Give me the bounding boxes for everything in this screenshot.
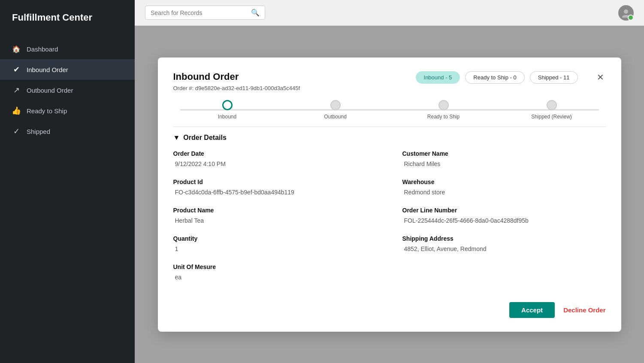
value-order-date: 9/12/2022 4:10 PM	[173, 160, 377, 168]
label-warehouse: Warehouse	[402, 178, 606, 185]
step-dot-inbound	[222, 100, 233, 110]
badge-shipped[interactable]: Shipped - 11	[530, 71, 578, 84]
step-dot-ready-to-ship	[438, 100, 449, 110]
search-input[interactable]	[151, 9, 248, 16]
detail-quantity: Quantity 1	[173, 235, 377, 253]
detail-order-line-number: Order Line Number FOL-225444dc-26f5-4666…	[402, 207, 606, 225]
user-icon	[621, 8, 631, 18]
sidebar-item-dashboard[interactable]: 🏠 Dashboard	[0, 39, 135, 59]
value-order-line-number: FOL-225444dc-26f5-4666-8da0-0ac4288df95b	[402, 216, 606, 225]
detail-warehouse: Warehouse Redmond store	[402, 178, 606, 197]
label-quantity: Quantity	[173, 235, 377, 242]
progress-step-inbound: Inbound	[173, 100, 281, 120]
outbound-order-icon: ↗	[12, 86, 21, 94]
modal-badges: Inbound - 5 Ready to Ship - 0 Shipped - …	[416, 71, 578, 84]
svg-point-1	[622, 15, 630, 18]
sidebar-label-dashboard: Dashboard	[27, 45, 58, 53]
detail-product-name: Product Name Herbal Tea	[173, 207, 377, 225]
sidebar-item-inbound-order[interactable]: ✔ Inbound Order	[0, 59, 135, 80]
badge-ready-to-ship[interactable]: Ready to Ship - 0	[465, 71, 524, 84]
modal-title-section: Inbound Order Order #: d9e5820e-ad32-ed1…	[173, 71, 416, 91]
home-icon: 🏠	[12, 45, 21, 53]
modal-header: Inbound Order Order #: d9e5820e-ad32-ed1…	[173, 71, 606, 91]
value-customer-name: Richard Miles	[402, 160, 606, 168]
avatar[interactable]	[618, 5, 634, 21]
sidebar-label-inbound-order: Inbound Order	[27, 66, 68, 73]
divider	[173, 127, 606, 127]
main-area: 🔍 Inbound Order Order #: d9e5820e-ad32-e…	[135, 0, 644, 363]
step-dot-outbound	[330, 100, 341, 110]
chevron-down-icon: ▼	[173, 134, 180, 142]
modal-overlay: Inbound Order Order #: d9e5820e-ad32-ed1…	[135, 26, 644, 363]
search-icon: 🔍	[251, 9, 260, 17]
content-bg: Inbound Order Order #: d9e5820e-ad32-ed1…	[135, 26, 644, 363]
value-unit-of-measure: ea	[173, 273, 377, 281]
step-label-outbound: Outbound	[324, 114, 347, 120]
modal-title: Inbound Order	[173, 71, 416, 82]
search-box[interactable]: 🔍	[145, 6, 265, 20]
progress-step-ready-to-ship: Ready to Ship	[390, 100, 498, 120]
progress-step-outbound: Outbound	[281, 100, 390, 120]
section-title: Order Details	[183, 134, 226, 142]
value-product-id: FO-c3d4c0da-6ffb-4575-b9ef-bd0aa494b119	[173, 188, 377, 197]
details-right: Customer Name Richard Miles Warehouse Re…	[402, 150, 606, 292]
value-shipping-address: 4852, Elliot, Avenue, Redmond	[402, 245, 606, 253]
sidebar-label-outbound-order: Outbound Order	[27, 87, 73, 94]
sidebar-label-shipped: Shipped	[27, 128, 50, 135]
value-quantity: 1	[173, 245, 377, 253]
section-header[interactable]: ▼ Order Details	[173, 134, 606, 142]
details-grid: Order Date 9/12/2022 4:10 PM Product Id …	[173, 150, 606, 292]
progress-track: Inbound Outbound Ready to Ship	[173, 100, 606, 120]
detail-shipping-address: Shipping Address 4852, Elliot, Avenue, R…	[402, 235, 606, 253]
sidebar-label-ready-to-ship: Ready to Ship	[27, 107, 67, 115]
progress-step-shipped-review: Shipped (Review)	[498, 100, 606, 120]
ready-to-ship-icon: 👍	[12, 106, 21, 115]
detail-order-date: Order Date 9/12/2022 4:10 PM	[173, 150, 377, 168]
step-dot-shipped-review	[547, 100, 557, 110]
svg-point-0	[624, 9, 628, 14]
step-label-ready-to-ship: Ready to Ship	[427, 114, 460, 120]
app-title: Fulfillment Center	[0, 0, 135, 35]
detail-unit-of-measure: Unit Of Mesure ea	[173, 263, 377, 281]
sidebar-nav: 🏠 Dashboard ✔ Inbound Order ↗ Outbound O…	[0, 39, 135, 142]
label-product-id: Product Id	[173, 178, 377, 185]
progress-section: Inbound Outbound Ready to Ship	[173, 100, 606, 120]
sidebar-item-ready-to-ship[interactable]: 👍 Ready to Ship	[0, 100, 135, 121]
detail-customer-name: Customer Name Richard Miles	[402, 150, 606, 168]
label-order-date: Order Date	[173, 150, 377, 157]
label-customer-name: Customer Name	[402, 150, 606, 157]
value-warehouse: Redmond store	[402, 188, 606, 197]
decline-button[interactable]: Decline Order	[563, 306, 605, 314]
label-order-line-number: Order Line Number	[402, 207, 606, 214]
label-product-name: Product Name	[173, 207, 377, 214]
step-label-inbound: Inbound	[218, 114, 236, 120]
progress-steps: Inbound Outbound Ready to Ship	[173, 100, 606, 120]
detail-product-id: Product Id FO-c3d4c0da-6ffb-4575-b9ef-bd…	[173, 178, 377, 197]
details-left: Order Date 9/12/2022 4:10 PM Product Id …	[173, 150, 377, 292]
inbound-order-icon: ✔	[12, 65, 21, 74]
value-product-name: Herbal Tea	[173, 216, 377, 225]
sidebar-item-outbound-order[interactable]: ↗ Outbound Order	[0, 80, 135, 100]
order-number: Order #: d9e5820e-ad32-ed11-9db1-000d3a5…	[173, 85, 416, 91]
sidebar: Fulfillment Center 🏠 Dashboard ✔ Inbound…	[0, 0, 135, 363]
topbar: 🔍	[135, 0, 644, 26]
badge-inbound[interactable]: Inbound - 5	[416, 71, 460, 84]
modal: Inbound Order Order #: d9e5820e-ad32-ed1…	[158, 57, 621, 332]
label-shipping-address: Shipping Address	[402, 235, 606, 242]
step-label-shipped-review: Shipped (Review)	[531, 114, 572, 120]
sidebar-item-shipped[interactable]: ✓ Shipped	[0, 121, 135, 142]
close-button[interactable]: ✕	[595, 71, 606, 83]
modal-footer: Accept Decline Order	[173, 302, 606, 318]
shipped-icon: ✓	[12, 127, 21, 136]
label-unit-of-measure: Unit Of Mesure	[173, 263, 377, 270]
accept-button[interactable]: Accept	[509, 302, 555, 318]
